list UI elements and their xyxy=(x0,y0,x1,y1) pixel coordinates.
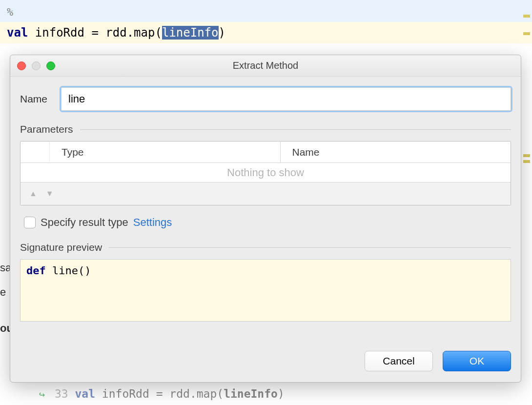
percent-marker: % xyxy=(7,6,13,18)
code-equals: = xyxy=(91,26,105,40)
gutter-mark xyxy=(523,32,530,35)
column-type[interactable]: Type xyxy=(50,142,281,162)
editor-gutter-marks xyxy=(522,0,532,405)
parameters-table: Type Name Nothing to show ▲ ▼ xyxy=(20,141,511,205)
code-text: infoRdd = rdd.map( xyxy=(95,387,224,400)
extract-method-dialog: Extract Method Name Parameters Type Name… xyxy=(10,55,521,383)
parameters-table-header: Type Name xyxy=(20,142,511,163)
keyword-val: val xyxy=(7,26,28,40)
editor-gutter-line: % xyxy=(0,0,532,22)
highlighted-code-line[interactable]: val infoRdd = rdd.map(lineInfo) xyxy=(0,22,532,43)
code-text: ) xyxy=(278,387,285,400)
specify-result-row: Specify result type Settings xyxy=(24,216,507,229)
gutter-mark xyxy=(523,15,530,18)
signature-section-header: Signature preview xyxy=(20,242,511,253)
method-name-input[interactable] xyxy=(61,87,511,111)
dialog-button-row: Cancel OK xyxy=(20,342,511,371)
column-name[interactable]: Name xyxy=(281,142,511,162)
maximize-icon[interactable] xyxy=(46,61,55,70)
divider xyxy=(80,129,511,130)
specify-result-label: Specify result type xyxy=(41,216,128,229)
ok-button[interactable]: OK xyxy=(443,351,511,371)
settings-link[interactable]: Settings xyxy=(133,216,172,229)
gutter-mark xyxy=(523,160,530,163)
parameters-toolbar: ▲ ▼ xyxy=(20,182,511,205)
parameters-label: Parameters xyxy=(20,123,73,135)
window-controls xyxy=(17,61,55,70)
code-varname: infoRdd xyxy=(28,26,91,40)
editor-code-line-bottom: ↪ 33 val infoRdd = rdd.map(lineInfo) xyxy=(39,387,285,400)
divider xyxy=(109,247,511,248)
move-down-icon[interactable]: ▼ xyxy=(46,189,54,198)
code-expr-pre: rdd.map( xyxy=(105,26,162,40)
signature-text: line() xyxy=(46,264,91,277)
selected-identifier[interactable]: lineInfo xyxy=(162,26,219,40)
line-number: 33 xyxy=(55,387,68,400)
cancel-button[interactable]: Cancel xyxy=(365,351,433,371)
gutter-mark xyxy=(523,154,530,157)
return-arrow-icon: ↪ xyxy=(39,388,45,400)
minimize-icon xyxy=(32,61,41,70)
side-text-fragment: e xyxy=(0,286,6,299)
name-row: Name xyxy=(20,87,511,111)
dialog-title: Extract Method xyxy=(233,60,299,71)
name-label: Name xyxy=(20,93,47,105)
keyword-val-dim: val xyxy=(75,387,95,400)
move-up-icon[interactable]: ▲ xyxy=(29,189,37,198)
specify-result-checkbox[interactable] xyxy=(24,217,36,228)
parameters-section-header: Parameters xyxy=(20,123,511,135)
code-bold: lineInfo xyxy=(224,387,278,400)
keyword-def: def xyxy=(26,264,46,277)
signature-preview: def line() xyxy=(20,259,511,322)
column-checkbox xyxy=(20,142,50,162)
close-icon[interactable] xyxy=(17,61,26,70)
dialog-body: Name Parameters Type Name Nothing to sho… xyxy=(10,77,521,382)
dialog-titlebar[interactable]: Extract Method xyxy=(10,55,521,77)
signature-label: Signature preview xyxy=(20,242,102,253)
code-expr-post: ) xyxy=(219,26,225,40)
parameters-empty-text: Nothing to show xyxy=(20,163,511,182)
